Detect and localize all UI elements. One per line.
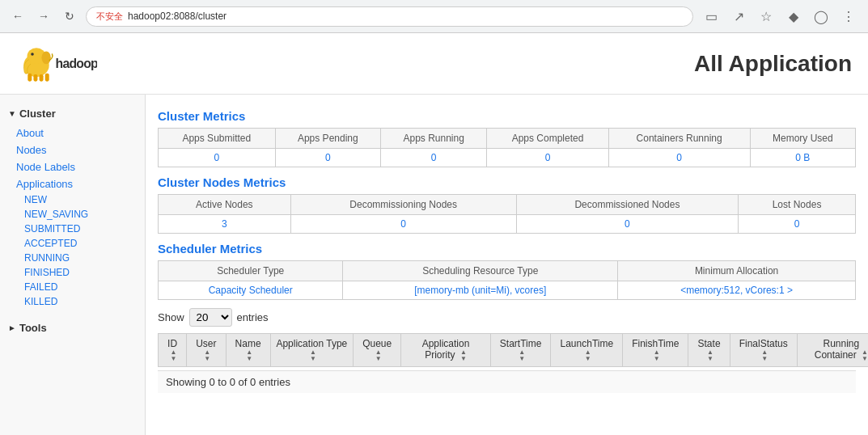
show-entries-control: Show 10 20 50 100 entries [158, 308, 856, 327]
security-warning: 不安全 [96, 11, 123, 23]
table-footer: Showing 0 to 0 of 0 entries [158, 370, 856, 393]
val-scheduler-type: Capacity Scheduler [159, 281, 343, 300]
col-id[interactable]: ID ▲▼ [159, 334, 187, 367]
svg-rect-7 [45, 74, 49, 82]
col-final-status[interactable]: FinalStatus ▲▼ [730, 334, 797, 367]
sort-user-icon: ▲▼ [204, 349, 210, 362]
sort-priority-icon: ▲▼ [460, 349, 467, 362]
svg-text:hadoop: hadoop [56, 57, 97, 70]
sort-finishtime-icon: ▲▼ [654, 349, 660, 362]
profile-button[interactable]: ◯ [810, 5, 832, 27]
address-bar: 不安全 hadoop02:8088/cluster [86, 6, 693, 27]
scheduler-metrics-table: Scheduler Type Scheduling Resource Type … [158, 260, 856, 300]
sidebar-item-nodes[interactable]: Nodes [0, 141, 145, 158]
val-apps-running: 0 [381, 149, 487, 167]
val-apps-pending: 0 [275, 149, 380, 167]
col-name[interactable]: Name ▲▼ [226, 334, 270, 367]
extensions-button[interactable]: ◆ [782, 5, 805, 27]
sidebar-sub-new-saving[interactable]: NEW_SAVING [0, 207, 145, 222]
app-header: hadoop All Application [0, 33, 868, 95]
col-memory-used: Memory Used [750, 129, 855, 149]
entries-label: entries [237, 311, 269, 323]
val-decommissioned-nodes[interactable]: 0 [516, 215, 738, 234]
url-text: hadoop02:8088/cluster [128, 11, 227, 22]
col-apps-submitted: Apps Submitted [159, 129, 276, 149]
cluster-arrow-icon: ▼ [8, 109, 16, 118]
sort-id-icon: ▲▼ [171, 349, 177, 362]
sidebar-tools-header[interactable]: ► Tools [0, 317, 145, 339]
val-active-nodes[interactable]: 3 [159, 215, 291, 234]
main-layout: ▼ Cluster About Nodes Node Labels Applic… [0, 95, 868, 435]
cluster-label: Cluster [19, 108, 56, 120]
scheduler-metrics-title: Scheduler Metrics [158, 242, 856, 256]
col-lost-nodes: Lost Nodes [739, 195, 856, 215]
back-button[interactable]: ← [8, 6, 28, 26]
refresh-button[interactable]: ↻ [60, 6, 79, 26]
col-containers-running: Containers Running [608, 129, 750, 149]
col-start-time[interactable]: StartTime ▲▼ [490, 334, 551, 367]
sidebar-sub-accepted[interactable]: ACCEPTED [0, 236, 145, 251]
sidebar-cluster-header[interactable]: ▼ Cluster [0, 103, 145, 125]
svg-rect-5 [33, 74, 37, 82]
menu-button[interactable]: ⋮ [837, 5, 860, 27]
val-apps-completed: 0 [487, 149, 608, 167]
val-memory-used: 0 B [750, 149, 855, 167]
sidebar-sub-killed[interactable]: KILLED [0, 294, 145, 309]
bookmark-button[interactable]: ☆ [755, 5, 777, 27]
sidebar: ▼ Cluster About Nodes Node Labels Applic… [0, 95, 146, 435]
val-containers-running: 0 [608, 149, 750, 167]
val-scheduling-resource-type: [memory-mb (unit=Mi), vcores] [343, 281, 618, 300]
browser-actions: ▭ ↗ ☆ ◆ ◯ ⋮ [700, 5, 860, 27]
sidebar-sub-submitted[interactable]: SUBMITTED [0, 222, 145, 236]
show-label: Show [158, 311, 184, 323]
forward-button[interactable]: → [34, 6, 53, 26]
cluster-metrics-title: Cluster Metrics [158, 109, 856, 123]
col-decommissioning-nodes: Decommissioning Nodes [290, 195, 516, 215]
val-decommissioning-nodes[interactable]: 0 [290, 215, 516, 234]
val-lost-nodes[interactable]: 0 [739, 215, 856, 234]
hadoop-logo: hadoop [16, 41, 97, 86]
cluster-nodes-title: Cluster Nodes Metrics [158, 175, 856, 189]
sidebar-sub-new[interactable]: NEW [0, 192, 145, 207]
col-application-type[interactable]: Application Type ▲▼ [270, 334, 353, 367]
col-finish-time[interactable]: FinishTime ▲▼ [623, 334, 688, 367]
svg-rect-6 [40, 74, 44, 82]
col-queue[interactable]: Queue ▲▼ [354, 334, 401, 367]
logo-area: hadoop [16, 41, 97, 86]
sidebar-sub-running[interactable]: RUNNING [0, 251, 145, 265]
sort-starttime-icon: ▲▼ [519, 349, 525, 362]
col-launch-time[interactable]: LaunchTime ▲▼ [551, 334, 623, 367]
share-button[interactable]: ↗ [727, 5, 750, 27]
sort-launchtime-icon: ▲▼ [585, 349, 591, 362]
screen-cast-button[interactable]: ▭ [700, 5, 722, 27]
col-scheduler-type: Scheduler Type [159, 261, 343, 281]
col-application-priority[interactable]: Application Priority ▲▼ [401, 334, 491, 367]
browser-chrome: ← → ↻ 不安全 hadoop02:8088/cluster ▭ ↗ ☆ ◆ … [0, 0, 868, 33]
svg-point-3 [31, 53, 34, 56]
sort-name-icon: ▲▼ [246, 349, 252, 362]
val-minimum-allocation: <memory:512, vCores:1 > [618, 281, 856, 300]
page-title: All Application [694, 51, 852, 77]
col-decommissioned-nodes: Decommissioned Nodes [516, 195, 738, 215]
col-scheduling-resource-type: Scheduling Resource Type [343, 261, 618, 281]
content-area: Cluster Metrics Apps Submitted Apps Pend… [146, 95, 868, 435]
sidebar-sub-finished[interactable]: FINISHED [0, 265, 145, 280]
sidebar-item-applications[interactable]: Applications [0, 175, 145, 192]
sort-apptype-icon: ▲▼ [310, 349, 316, 362]
tools-arrow-icon: ► [8, 323, 16, 332]
sort-runningcontainer-icon: ▲▼ [862, 349, 868, 362]
sort-queue-icon: ▲▼ [375, 349, 382, 362]
entries-select[interactable]: 10 20 50 100 [189, 308, 232, 327]
tools-label: Tools [19, 322, 47, 334]
sidebar-item-about[interactable]: About [0, 125, 145, 141]
sidebar-sub-failed[interactable]: FAILED [0, 280, 145, 294]
col-active-nodes: Active Nodes [159, 195, 291, 215]
col-state[interactable]: State ▲▼ [688, 334, 730, 367]
col-user[interactable]: User ▲▼ [187, 334, 226, 367]
sort-finalstatus-icon: ▲▼ [761, 349, 768, 362]
sidebar-item-node-labels[interactable]: Node Labels [0, 158, 145, 175]
cluster-nodes-table: Active Nodes Decommissioning Nodes Decom… [158, 194, 856, 234]
app-container: hadoop All Application ▼ Cluster About N… [0, 33, 868, 435]
applications-table: ID ▲▼ User ▲▼ Name ▲▼ Application Type [158, 333, 868, 367]
col-running-container[interactable]: Running Container ▲▼ [797, 334, 868, 367]
